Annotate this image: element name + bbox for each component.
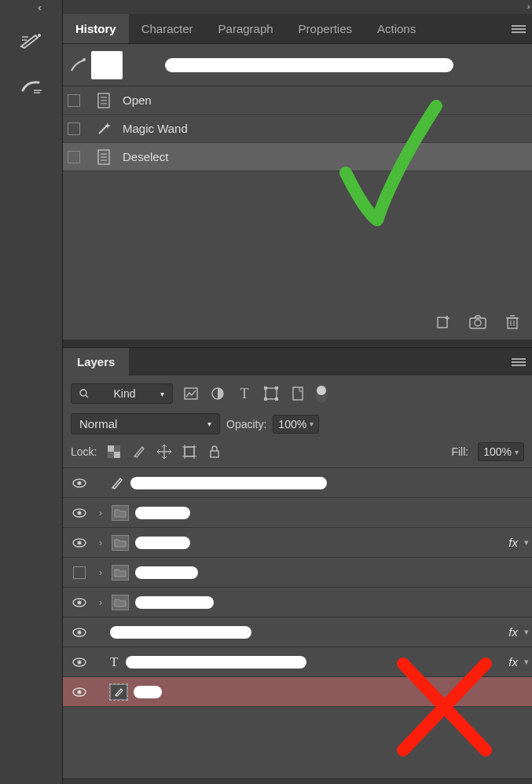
- svg-point-31: [80, 390, 86, 396]
- chevron-down-icon: ▾: [160, 390, 164, 398]
- history-checkbox[interactable]: [68, 94, 80, 107]
- type-layer-icon: T: [110, 654, 118, 670]
- svg-point-22: [475, 320, 481, 326]
- left-tool-rail: [0, 0, 63, 784]
- search-icon: [79, 389, 89, 398]
- visibility-toggle[interactable]: [71, 474, 88, 492]
- fx-badge[interactable]: fx: [508, 655, 518, 669]
- blend-mode-dropdown[interactable]: Normal ▾: [71, 413, 220, 434]
- layer-row[interactable]: [63, 468, 532, 498]
- svg-rect-40: [293, 387, 303, 400]
- svg-rect-23: [508, 318, 517, 328]
- visibility-toggle[interactable]: [71, 534, 88, 551]
- new-doc-from-state-icon[interactable]: [435, 313, 452, 331]
- layers-panel-tabs: Layers: [63, 347, 532, 376]
- disclosure-icon[interactable]: ›: [99, 537, 108, 548]
- lock-row: Lock: Fill: 100% ▾: [71, 442, 524, 461]
- folder-icon: [112, 595, 129, 610]
- svg-rect-41: [108, 445, 114, 452]
- visibility-toggle[interactable]: [71, 654, 88, 671]
- history-step-magic-wand[interactable]: Magic Wand: [63, 115, 532, 143]
- filter-type-icon[interactable]: T: [236, 385, 253, 402]
- trash-icon[interactable]: [504, 313, 521, 331]
- lock-artboard-icon[interactable]: [182, 444, 197, 460]
- lock-position-icon[interactable]: [156, 444, 172, 460]
- filter-smart-icon[interactable]: [289, 385, 306, 402]
- layer-row[interactable]: T fx▾: [63, 647, 532, 677]
- tab-properties[interactable]: Properties: [286, 14, 365, 43]
- folder-icon: [112, 565, 129, 581]
- blend-row: Normal ▾ Opacity: 100% ▾: [71, 413, 524, 434]
- lock-label: Lock:: [71, 445, 97, 458]
- layer-row[interactable]: fx▾: [63, 617, 532, 647]
- chevron-down-icon[interactable]: ▾: [524, 657, 529, 667]
- layer-row[interactable]: ›: [63, 588, 532, 617]
- svg-point-0: [38, 34, 41, 37]
- redacted-layer-name: [135, 566, 198, 579]
- layer-list: › › fx▾ › ›: [63, 467, 532, 778]
- brush-settings-icon[interactable]: [17, 72, 46, 101]
- panel-titlebar: ››: [63, 0, 532, 14]
- history-checkbox[interactable]: [68, 123, 80, 135]
- history-step-open[interactable]: Open: [63, 86, 532, 115]
- history-step-label: Magic Wand: [123, 122, 188, 135]
- opacity-label: Opacity:: [226, 418, 266, 430]
- layer-row[interactable]: ›: [63, 558, 532, 588]
- tab-layers[interactable]: Layers: [63, 348, 129, 376]
- filter-kind-dropdown[interactable]: Kind ▾: [71, 383, 173, 404]
- tab-character[interactable]: Character: [129, 14, 206, 43]
- disclosure-icon[interactable]: ›: [99, 567, 108, 578]
- redacted-layer-name: [126, 656, 306, 669]
- collapse-left-icon[interactable]: ‹‹: [38, 2, 39, 13]
- brushes-panel-icon[interactable]: [17, 27, 46, 55]
- tab-paragraph[interactable]: Paragraph: [206, 14, 286, 43]
- lock-image-icon[interactable]: [131, 444, 147, 460]
- redacted-layer-name: [135, 596, 214, 609]
- chevron-down-icon[interactable]: ▾: [524, 537, 529, 548]
- svg-rect-33: [185, 388, 197, 399]
- disclosure-icon[interactable]: ›: [99, 597, 108, 608]
- filter-adjustment-icon[interactable]: [209, 385, 226, 402]
- panel-menu-icon[interactable]: [505, 14, 532, 43]
- chevron-down-icon[interactable]: ▾: [524, 627, 529, 637]
- svg-rect-39: [275, 397, 278, 401]
- tab-actions-label: Actions: [377, 22, 416, 35]
- lock-transparent-icon[interactable]: [106, 444, 122, 460]
- fx-badge[interactable]: fx: [508, 536, 518, 549]
- blend-mode-value: Normal: [79, 417, 117, 430]
- redacted-document-name: [165, 58, 453, 72]
- layer-row[interactable]: ›: [63, 498, 532, 528]
- fill-value: 100%: [483, 445, 512, 458]
- layers-panel-menu-icon[interactable]: [505, 348, 532, 376]
- history-step-deselect[interactable]: Deselect: [63, 143, 532, 171]
- brush-icon: [110, 476, 124, 490]
- lock-all-icon[interactable]: [207, 444, 222, 460]
- visibility-toggle[interactable]: [71, 504, 88, 522]
- disclosure-icon[interactable]: ›: [99, 507, 108, 518]
- svg-point-64: [78, 660, 82, 664]
- filter-toggle[interactable]: [316, 384, 327, 403]
- fill-input[interactable]: 100% ▾: [478, 442, 524, 461]
- visibility-toggle[interactable]: [71, 564, 88, 581]
- snapshot-camera-icon[interactable]: [469, 313, 486, 331]
- filter-shape-icon[interactable]: [262, 385, 280, 402]
- filter-pixel-icon[interactable]: [182, 385, 200, 402]
- tab-actions[interactable]: Actions: [365, 14, 428, 43]
- visibility-toggle[interactable]: [71, 624, 88, 641]
- tab-history[interactable]: History: [63, 14, 129, 43]
- visibility-toggle[interactable]: [71, 683, 88, 701]
- filter-kind-label: Kind: [113, 387, 135, 400]
- visibility-toggle[interactable]: [71, 594, 88, 611]
- opacity-input[interactable]: 100% ▾: [273, 415, 319, 434]
- layer-row[interactable]: › fx▾: [63, 528, 532, 558]
- layer-row-selected[interactable]: [63, 677, 532, 707]
- svg-point-58: [78, 540, 82, 544]
- tab-character-label: Character: [141, 22, 193, 35]
- history-checkbox[interactable]: [68, 151, 80, 163]
- svg-rect-36: [264, 387, 267, 390]
- fx-badge[interactable]: fx: [508, 625, 518, 639]
- svg-point-66: [78, 690, 82, 694]
- history-footer: [63, 305, 532, 339]
- fill-label: Fill:: [451, 445, 468, 458]
- history-document-row[interactable]: [63, 44, 532, 86]
